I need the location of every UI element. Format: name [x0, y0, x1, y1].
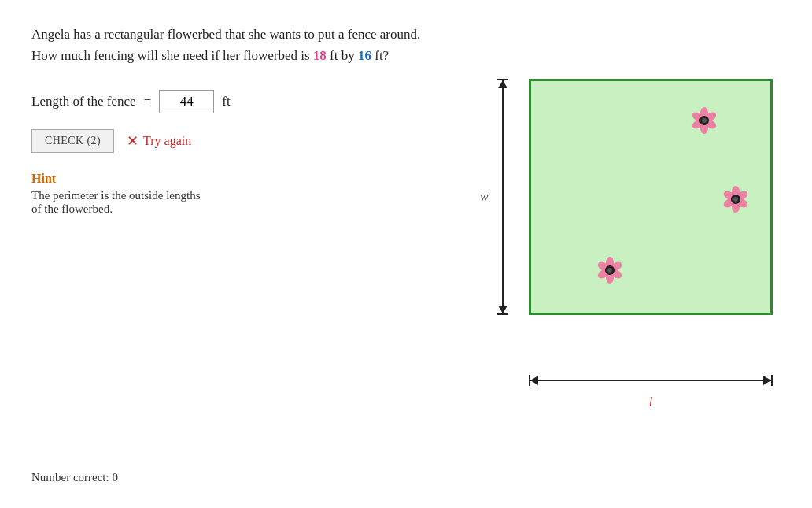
flower-3 [594, 254, 626, 286]
dimension-2: 16 [358, 48, 371, 63]
length-arrow: l [529, 375, 773, 386]
try-again-label: Try again [143, 134, 191, 148]
l-label: l [649, 395, 652, 410]
question-line2-prefix: How much fencing will she need if her fl… [31, 48, 313, 63]
svg-point-15 [733, 197, 738, 202]
arrow-line-h [530, 380, 771, 381]
check-button[interactable]: CHECK (2) [31, 129, 114, 153]
flower-1 [688, 105, 720, 136]
width-arrow: w [497, 79, 508, 315]
number-correct: Number correct: 0 [31, 471, 118, 484]
question-dim1-unit: ft by [327, 48, 358, 63]
question-dim2-suffix: ft? [371, 48, 389, 63]
w-label: w [480, 190, 489, 204]
fence-label: Length of the fence [31, 94, 136, 109]
question-line2: How much fencing will she need if her fl… [31, 45, 781, 66]
h-cap-right [771, 375, 773, 386]
question-line1: Angela has a rectangular flowerbed that … [31, 24, 781, 45]
flowerbed-rect [529, 79, 773, 315]
flowerbed-wrapper: w [497, 79, 788, 347]
fence-input[interactable] [159, 90, 214, 113]
question-block: Angela has a rectangular flowerbed that … [31, 24, 781, 66]
svg-point-23 [607, 268, 612, 273]
main-container: Angela has a rectangular flowerbed that … [0, 0, 812, 508]
w-cap-bottom [497, 313, 508, 315]
try-again-message: ✕ Try again [127, 132, 191, 150]
arrow-line-v [502, 80, 504, 313]
svg-point-7 [702, 118, 707, 123]
diagram-area: w [466, 79, 781, 410]
x-icon: ✕ [127, 132, 138, 150]
dimension-1: 18 [313, 48, 327, 63]
flower-2 [720, 184, 751, 215]
equals-sign: = [144, 94, 152, 109]
fence-unit: ft [222, 94, 230, 109]
